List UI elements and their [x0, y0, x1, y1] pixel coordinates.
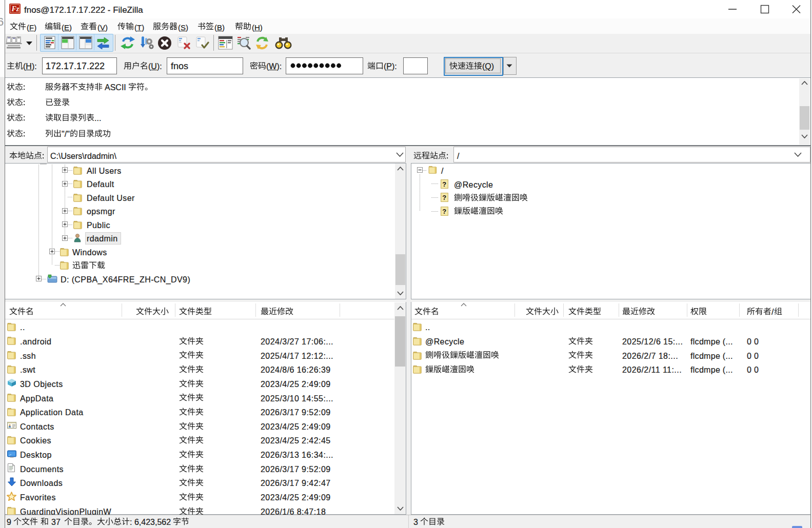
svg-text:?: ? [442, 180, 446, 188]
svg-text:?: ? [442, 194, 446, 201]
svg-text:Fz: Fz [11, 5, 19, 13]
svg-text:?: ? [442, 207, 446, 215]
